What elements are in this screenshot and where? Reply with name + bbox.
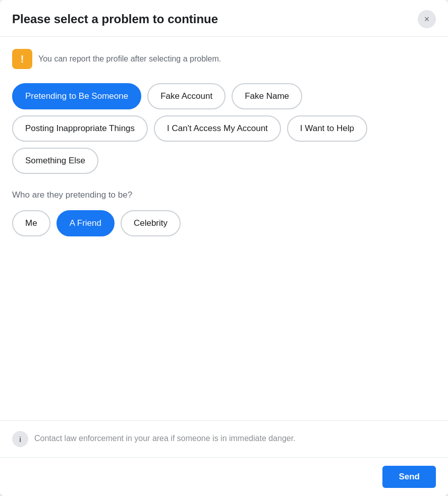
modal-title: Please select a problem to continue — [12, 12, 218, 26]
chip-fake-account[interactable]: Fake Account — [147, 83, 226, 109]
send-button[interactable]: Send — [382, 466, 436, 488]
footer-actions: Send — [0, 457, 448, 496]
modal-body: ! You can report the profile after selec… — [0, 37, 448, 420]
chip-cant-access[interactable]: I Can't Access My Account — [154, 115, 281, 142]
chip-me[interactable]: Me — [12, 210, 50, 236]
sub-chips-container: Me A Friend Celebrity — [12, 210, 436, 236]
footer-info-text: Contact law enforcement in your area if … — [34, 431, 296, 444]
footer-info: i Contact law enforcement in your area i… — [0, 420, 448, 457]
modal-header: Please select a problem to continue × — [0, 0, 448, 37]
sub-section: Who are they pretending to be? Me A Frie… — [12, 190, 436, 236]
chip-a-friend[interactable]: A Friend — [57, 210, 115, 236]
chip-want-to-help[interactable]: I Want to Help — [287, 115, 367, 142]
chip-posting-inappropriate[interactable]: Posting Inappropriate Things — [12, 115, 148, 142]
problem-chips-container: Pretending to Be Someone Fake Account Fa… — [12, 83, 436, 174]
close-button[interactable]: × — [418, 10, 436, 28]
chip-something-else[interactable]: Something Else — [12, 148, 98, 174]
info-banner: ! You can report the profile after selec… — [12, 49, 436, 69]
chip-celebrity[interactable]: Celebrity — [121, 210, 181, 236]
chip-fake-name[interactable]: Fake Name — [232, 83, 302, 109]
info-banner-text: You can report the profile after selecti… — [38, 54, 221, 64]
warning-icon: ! — [12, 49, 32, 69]
sub-section-label: Who are they pretending to be? — [12, 190, 436, 200]
chip-pretending[interactable]: Pretending to Be Someone — [12, 83, 141, 109]
info-icon: i — [12, 431, 28, 447]
report-modal: Please select a problem to continue × ! … — [0, 0, 448, 496]
